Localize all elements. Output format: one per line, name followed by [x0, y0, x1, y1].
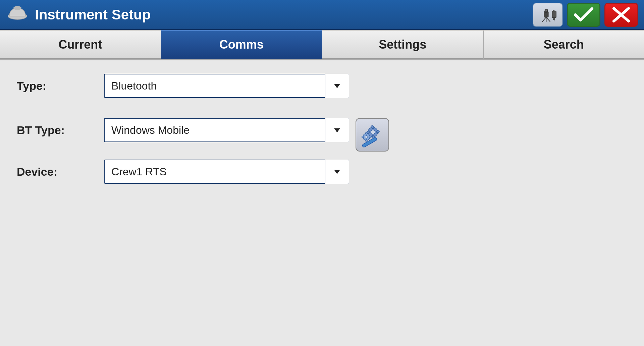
bt-settings-button[interactable]: [356, 118, 389, 152]
tab-settings[interactable]: Settings: [322, 30, 484, 59]
type-field-row: Type: Bluetooth: [17, 74, 627, 98]
header: Instrument Setup: [0, 0, 644, 30]
type-select-container: Bluetooth: [104, 74, 349, 98]
tab-search[interactable]: Search: [484, 30, 644, 59]
bt-type-select[interactable]: Windows Mobile: [104, 118, 349, 142]
svg-rect-32: [366, 132, 367, 134]
device-label: Device:: [17, 165, 104, 178]
header-actions: [533, 3, 638, 27]
svg-point-31: [365, 135, 368, 138]
tab-bar: Current Comms Settings Search: [0, 30, 644, 60]
type-select[interactable]: Bluetooth: [104, 74, 349, 98]
svg-point-1: [13, 6, 21, 10]
svg-rect-9: [552, 11, 556, 18]
svg-point-21: [371, 130, 375, 134]
svg-rect-34: [369, 136, 371, 138]
svg-point-5: [545, 10, 547, 12]
cancel-button[interactable]: [604, 3, 638, 27]
svg-rect-33: [366, 139, 367, 141]
confirm-button[interactable]: [567, 3, 600, 27]
tab-comms[interactable]: Comms: [161, 30, 323, 59]
device-field-row: Device: Crew1 RTS: [17, 160, 349, 184]
bt-type-select-container: Windows Mobile: [104, 118, 349, 142]
bt-type-label: BT Type:: [17, 124, 104, 137]
page-title: Instrument Setup: [35, 7, 533, 23]
app-logo: [6, 3, 29, 26]
bt-type-field-row: BT Type: Windows Mobile: [17, 118, 349, 142]
svg-line-8: [546, 17, 550, 22]
svg-line-6: [542, 17, 546, 22]
device-select-container: Crew1 RTS: [104, 160, 349, 184]
device-select[interactable]: Crew1 RTS: [104, 160, 349, 184]
instrument-icon-button[interactable]: [533, 3, 563, 27]
svg-point-13: [553, 18, 555, 20]
tab-current[interactable]: Current: [0, 30, 161, 59]
svg-rect-35: [362, 136, 364, 138]
content-area: Type: Bluetooth BT Type: Windows Mobile: [0, 60, 644, 346]
type-label: Type:: [17, 79, 104, 93]
